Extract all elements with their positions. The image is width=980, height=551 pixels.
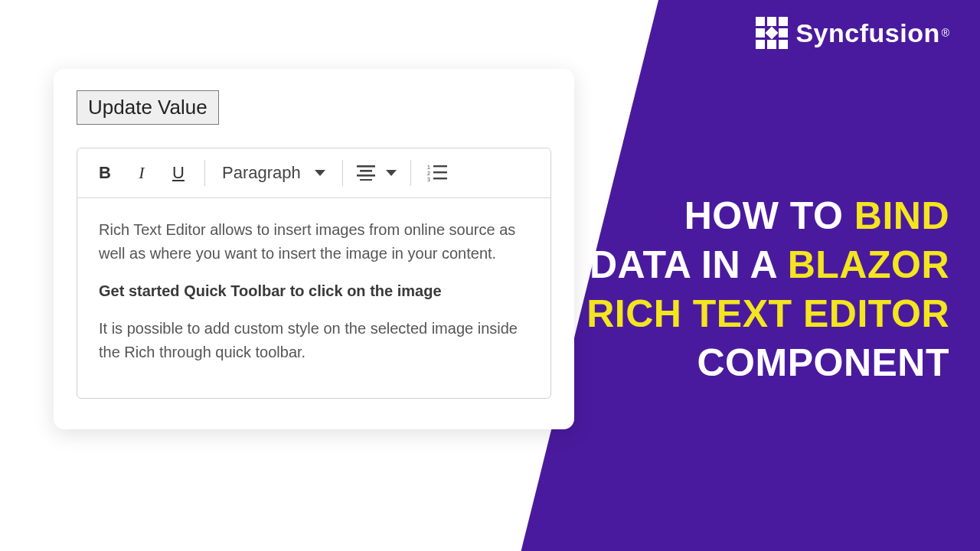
grid-icon: [756, 17, 788, 49]
headline-part: DATA: [590, 243, 691, 286]
chevron-down-icon: [315, 170, 325, 176]
svg-rect-9: [433, 178, 447, 179]
align-center-icon: [357, 165, 375, 181]
svg-text:2: 2: [427, 171, 430, 176]
brand-logo: Syncfusion®: [756, 17, 949, 49]
svg-rect-7: [433, 171, 447, 173]
registered-mark: ®: [942, 27, 949, 39]
underline-button[interactable]: U: [162, 156, 195, 190]
svg-rect-1: [360, 170, 372, 172]
alignment-dropdown[interactable]: [352, 165, 401, 181]
content-paragraph: Rich Text Editor allows to insert images…: [99, 218, 529, 266]
headline-part: BIND: [854, 194, 949, 237]
editor-toolbar: B I U Paragraph: [77, 148, 550, 198]
toolbar-separator: [410, 160, 411, 186]
svg-rect-5: [433, 165, 447, 167]
svg-rect-0: [357, 165, 375, 168]
bold-button[interactable]: B: [88, 156, 122, 190]
format-dropdown[interactable]: Paragraph: [214, 163, 333, 183]
brand-name: Syncfusion: [795, 18, 939, 47]
editor-content[interactable]: Rich Text Editor allows to insert images…: [77, 198, 550, 398]
headline-part: HOW TO: [684, 194, 854, 237]
headline-part: BLAZOR: [788, 243, 949, 286]
content-heading: Get started Quick Toolbar to click on th…: [99, 279, 529, 303]
chevron-down-icon: [386, 170, 397, 176]
content-paragraph: It is possible to add custom style on th…: [99, 317, 529, 364]
toolbar-separator: [204, 160, 205, 186]
format-label: Paragraph: [222, 163, 301, 183]
editor-card: Update Value B I U Paragraph: [54, 69, 574, 429]
headline-part: COMPONENT: [697, 341, 950, 384]
italic-button[interactable]: I: [125, 156, 158, 190]
svg-text:3: 3: [427, 177, 430, 181]
svg-rect-2: [357, 174, 375, 177]
update-value-button[interactable]: Update Value: [77, 90, 219, 125]
rich-text-editor: B I U Paragraph: [77, 148, 551, 399]
svg-text:1: 1: [427, 165, 430, 170]
headline-part: RICH TEXT EDITOR: [586, 292, 949, 335]
headline-part: IN A: [691, 243, 788, 286]
toolbar-separator: [342, 160, 343, 186]
stage: Syncfusion® HOW TO BIND DATA IN A BLAZOR…: [0, 0, 980, 551]
ordered-list-button[interactable]: 1 2 3: [420, 156, 454, 190]
svg-rect-3: [360, 179, 372, 181]
